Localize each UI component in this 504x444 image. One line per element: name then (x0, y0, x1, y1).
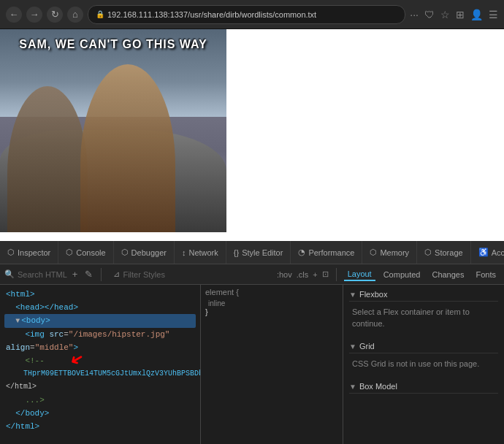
html-line: <html> (4, 288, 196, 301)
flexbox-header[interactable]: ▼ Flexbox (349, 288, 498, 302)
tab-network[interactable]: ↕ Network (175, 241, 226, 264)
grid-header[interactable]: ▼ Grid (349, 340, 498, 353)
filter-label: Filter Styles (123, 270, 164, 279)
styles-brace-close: } (205, 307, 338, 316)
performance-icon: ◔ (298, 248, 305, 257)
hov-button[interactable]: :hov (277, 270, 292, 279)
url-text: 192.168.111.138:1337/usr/share/dirb/word… (107, 10, 316, 19)
devtools-tabs: ⬡ Inspector ⬡ Console ⬡ Debugger ↕ Netwo… (0, 241, 504, 264)
flexbox-label: Flexbox (359, 290, 388, 299)
element-selector: element { (205, 288, 338, 296)
layout-tab[interactable]: Layout (344, 268, 375, 281)
hamburger-icon[interactable]: ☰ (489, 9, 498, 20)
code-icon[interactable]: ⊡ (322, 269, 329, 279)
reload-button[interactable]: ↻ (47, 7, 63, 23)
add-node-button[interactable]: + (70, 269, 80, 280)
devtools-body: <html> <head></head> ▼<body> <img src="/… (0, 285, 504, 444)
star-icon[interactable]: ☆ (440, 9, 450, 20)
html-line: <head></head> (4, 301, 196, 314)
address-bar[interactable]: 🔒 192.168.111.138:1337/usr/share/dirb/wo… (88, 5, 405, 24)
box-model-label: Box Model (359, 382, 397, 391)
tab-storage[interactable]: ⬡ Storage (417, 241, 471, 264)
flexbox-content: Select a Flex container or item to conti… (349, 302, 498, 334)
page-content: SAM, WE CAN'T GO THIS WAY 🌿 REEBUF (0, 29, 504, 241)
divider (101, 268, 102, 281)
flexbox-section: ▼ Flexbox Select a Flex container or ite… (349, 288, 498, 334)
encoded-line: THprM09ETTBOVE14TUM5cGJtUmxlQzV3YUhBPSBD… (4, 367, 196, 394)
img-line: <img src="/images/hipster.jpg" align="mi… (4, 328, 196, 354)
devtools-panel: ⬡ Inspector ⬡ Console ⬡ Debugger ↕ Netwo… (0, 241, 504, 444)
shield-icon[interactable]: 🛡 (424, 9, 435, 20)
debugger-icon: ⬡ (121, 248, 129, 257)
tab-memory[interactable]: ⬡ Memory (362, 241, 417, 264)
ellipsis-line: ...> (4, 394, 196, 407)
fonts-tab[interactable]: Fonts (472, 269, 500, 280)
extensions-icon[interactable]: ⊞ (456, 9, 465, 20)
cls-button[interactable]: .cls (297, 270, 309, 279)
search-html-label: Search HTML (18, 270, 67, 279)
filter-styles-area: ⊿ Filter Styles (113, 269, 164, 279)
computed-tab[interactable]: Computed (380, 269, 424, 280)
style-editor-icon: {} (234, 248, 239, 257)
tab-inspector[interactable]: ⬡ Inspector (0, 241, 58, 264)
network-icon: ↕ (182, 248, 186, 257)
profile-icon[interactable]: 👤 (470, 9, 483, 20)
plus-button[interactable]: + (313, 270, 317, 279)
layout-panel: ▼ Flexbox Select a Flex container or ite… (343, 285, 504, 444)
divider2 (336, 268, 337, 281)
menu-dots-icon[interactable]: ··· (410, 9, 419, 20)
forward-button[interactable]: → (26, 7, 42, 23)
box-model-collapse-arrow: ▼ (349, 383, 356, 391)
grid-collapse-arrow: ▼ (349, 342, 356, 351)
styles-panel: element { inline } (201, 285, 343, 444)
grid-label: Grid (359, 342, 375, 351)
close-body-line: </body> (4, 407, 196, 420)
home-button[interactable]: ⌂ (67, 7, 83, 23)
storage-icon: ⬡ (424, 248, 432, 257)
filter-icon: ⊿ (113, 269, 120, 279)
devtools-toolbar: 🔍 Search HTML + ✎ ⊿ Filter Styles :hov .… (0, 264, 504, 285)
browser-icons: ··· 🛡 ☆ ⊞ 👤 ☰ (410, 9, 498, 20)
meme-text: SAM, WE CAN'T GO THIS WAY (0, 38, 226, 51)
tab-performance[interactable]: ◔ Performance (291, 241, 362, 264)
flexbox-collapse-arrow: ▼ (349, 291, 356, 299)
html-panel: <html> <head></head> ▼<body> <img src="/… (0, 285, 201, 444)
box-model-header[interactable]: ▼ Box Model (349, 380, 498, 394)
tab-accessibility[interactable]: ♿ Accessibility (471, 241, 504, 264)
console-icon: ⬡ (66, 248, 73, 257)
grid-content: CSS Grid is not in use on this page. (349, 353, 498, 374)
search-html-area: 🔍 Search HTML (4, 269, 67, 279)
tab-style-editor[interactable]: {} Style Editor (226, 241, 291, 264)
close-html-line: </html> (4, 420, 196, 433)
back-button[interactable]: ← (6, 7, 22, 23)
tab-console[interactable]: ⬡ Console (58, 241, 113, 264)
changes-tab[interactable]: Changes (428, 269, 467, 280)
styles-inline: inline (208, 299, 338, 307)
comment-line: <!-- (4, 354, 196, 367)
grid-section: ▼ Grid CSS Grid is not in use on this pa… (349, 340, 498, 374)
browser-chrome: ← → ↻ ⌂ 🔒 192.168.111.138:1337/usr/share… (0, 0, 504, 29)
edit-node-button[interactable]: ✎ (83, 269, 95, 280)
meme-image: SAM, WE CAN'T GO THIS WAY (0, 29, 226, 232)
toolbar-right: :hov .cls + ⊡ Layout Computed Changes Fo… (277, 268, 500, 281)
body-line[interactable]: ▼<body> (4, 314, 196, 328)
box-model-section: ▼ Box Model (349, 380, 498, 394)
tab-debugger[interactable]: ⬡ Debugger (114, 241, 175, 264)
accessibility-icon: ♿ (478, 248, 489, 257)
memory-icon: ⬡ (370, 248, 377, 257)
inspector-icon: ⬡ (7, 248, 15, 257)
lock-icon: 🔒 (96, 10, 104, 18)
search-icon: 🔍 (4, 269, 15, 279)
